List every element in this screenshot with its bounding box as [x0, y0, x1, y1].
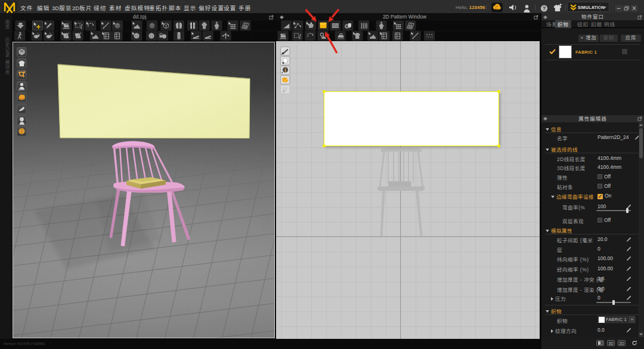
svg-text:?: ?: [543, 5, 546, 11]
